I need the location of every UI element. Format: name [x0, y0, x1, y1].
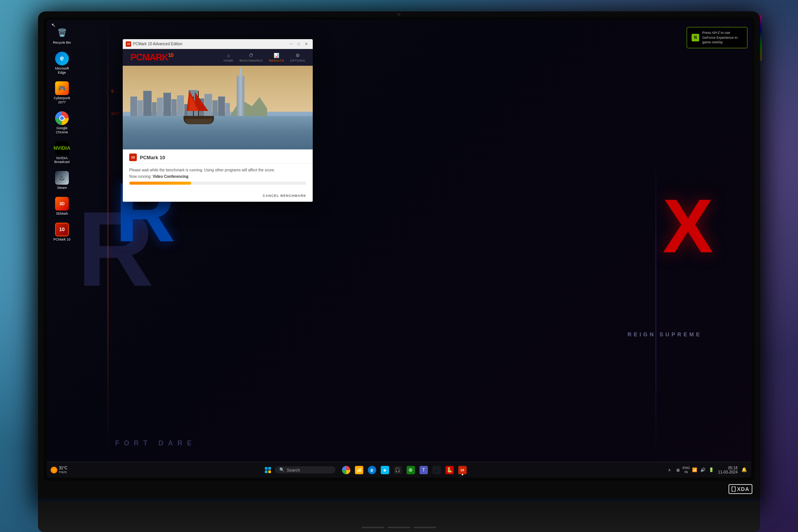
desktop-icons-panel: 🗑️ Recycle Bin e Microsoft Edge 🎮 Cyberp…: [51, 24, 73, 244]
results-nav-icon: 📊: [274, 53, 279, 58]
3dmark-icon: 3D: [55, 197, 69, 211]
running-task: Video Conferencing: [153, 174, 188, 179]
edge-icon: e: [55, 52, 69, 65]
nav-results[interactable]: 📊 RESULTS: [269, 53, 284, 62]
taskbar-steam[interactable]: ♨: [431, 464, 443, 476]
system-clock[interactable]: 05:18 11-03-2024: [717, 466, 739, 474]
maximize-button[interactable]: □: [295, 41, 302, 48]
app5-taskbar-icon: 🎧: [394, 466, 402, 474]
window-controls: ─ □ ✕: [288, 41, 310, 48]
dialog-running-info: Now running: Video Conferencing: [129, 174, 306, 179]
junk-boat: [184, 90, 214, 124]
taskbar-app-5[interactable]: 🎧: [392, 464, 404, 476]
taskbar-teams[interactable]: T: [418, 464, 430, 476]
taskbar-razer[interactable]: 🐍: [443, 464, 456, 476]
laptop-bottom-bar: [38, 502, 760, 532]
options-nav-icon: ⚙: [296, 53, 300, 58]
steam-label: Steam: [57, 186, 67, 190]
chrome-label: Google Chrome: [52, 126, 71, 135]
desktop-icon-nvidia[interactable]: NVIDIA NVIDIA Broadcast: [51, 139, 73, 166]
options-nav-label: OPTIONS: [290, 59, 305, 62]
search-placeholder-text: Search: [287, 468, 300, 472]
tray-overflow-icon[interactable]: ∧: [667, 467, 673, 473]
nvidia-label: NVIDIA Broadcast: [52, 156, 71, 165]
start-button[interactable]: [263, 465, 273, 475]
dialog-title: PCMark 10: [140, 155, 165, 160]
razer-taskbar-icon: 🐍: [445, 466, 454, 474]
desktop-icon-3dmark[interactable]: 3D 3DMark: [51, 195, 73, 218]
battery-icon[interactable]: 🔋: [708, 467, 714, 473]
chrome-taskbar-icon: [342, 466, 350, 474]
taskbar-edge[interactable]: e: [366, 464, 378, 476]
taskbar-right: ∧ 🖥 ENG IN 📶 🔊 🔋 05:18 11-03-2024: [663, 466, 751, 474]
taskbar-chrome[interactable]: [340, 464, 352, 476]
desktop-icon-cyberpunk[interactable]: 🎮 Cyberpunk 2077: [51, 79, 73, 106]
taskbar-file-explorer[interactable]: 📁: [353, 464, 365, 476]
progress-bar-fill: [129, 182, 191, 185]
weather-condition: Haze: [59, 470, 67, 474]
xbox-taskbar-icon: ⊕: [407, 466, 415, 474]
vent-lines: [362, 527, 436, 528]
minimize-button[interactable]: ─: [288, 41, 294, 48]
home-nav-icon: ⌂: [227, 53, 230, 58]
xda-bracket-icon: [732, 486, 736, 492]
pcmark-icon: 10: [55, 223, 69, 236]
hk-water: [123, 116, 313, 149]
recycle-bin-label: Recycle Bin: [53, 41, 71, 45]
desktop-icon-pcmark[interactable]: 10 PCMark 10: [51, 221, 73, 244]
nav-home[interactable]: ⌂ HOME: [223, 53, 233, 62]
progress-bar-container: [129, 182, 306, 185]
recycle-bin-icon: 🗑️: [55, 26, 69, 40]
screen-content: R R X B. SCAN NOT READY REIGN SUPREME FO…: [47, 20, 751, 478]
taskbar-app-4[interactable]: ◈: [379, 464, 391, 476]
close-button[interactable]: ✕: [303, 41, 310, 48]
desktop-icon-chrome[interactable]: Google Chrome: [51, 109, 73, 136]
vent-1: [362, 527, 385, 528]
pcmark-window[interactable]: 10 PCMark 10 Advanced Edition ─ □ ✕ PCMA…: [123, 39, 313, 202]
xda-text: XDA: [737, 486, 749, 492]
taskbar-search[interactable]: 🔍 Search: [275, 466, 336, 473]
file-explorer-taskbar-icon: 📁: [355, 466, 363, 474]
chrome-icon: [55, 111, 69, 125]
search-icon: 🔍: [279, 467, 285, 472]
running-label: Now running:: [129, 174, 152, 179]
wifi-icon[interactable]: 📶: [692, 467, 698, 473]
benchmarks-nav-label: BENCHMARKS: [239, 59, 263, 62]
pcmark-scene-image: [123, 66, 313, 149]
language-indicator[interactable]: ENG IN: [683, 467, 689, 473]
decoration-line-right: [656, 157, 656, 451]
notification-bell-icon[interactable]: 🔔: [741, 467, 747, 473]
pcmark-title-icon: 10: [126, 41, 131, 47]
window-title-area: 10 PCMark 10 Advanced Edition: [126, 41, 182, 47]
desktop-icon-steam[interactable]: ♨ Steam: [51, 169, 73, 192]
nvidia-overlay-text: Press Alt+Z to use GeForce Experience in…: [702, 30, 743, 45]
nav-benchmarks[interactable]: ⏱ BENCHMARKS: [239, 53, 263, 62]
weather-icon: [51, 467, 57, 473]
volume-icon[interactable]: 🔊: [700, 467, 706, 473]
nvidia-overlay-notification: N Press Alt+Z to use GeForce Experience …: [687, 27, 747, 48]
taskbar-weather[interactable]: 31°C Haze: [47, 466, 71, 474]
decoration-line-left: [108, 20, 108, 451]
nav-options[interactable]: ⚙ OPTIONS: [290, 53, 305, 62]
pcmark-taskbar-icon: 10: [458, 466, 467, 474]
xda-watermark: XDA: [728, 484, 752, 494]
pcmark-nav-items: ⌂ HOME ⏱ BENCHMARKS 📊 RESULTS ⚙: [223, 53, 305, 62]
steam-icon: ♨: [55, 171, 69, 185]
tray-icon-1[interactable]: 🖥: [675, 467, 681, 473]
screen-bezel: R R X B. SCAN NOT READY REIGN SUPREME FO…: [44, 17, 754, 481]
vent-2: [388, 527, 410, 528]
benchmarks-nav-icon: ⏱: [249, 53, 253, 58]
dialog-footer[interactable]: CANCEL BENCHMARK: [123, 192, 312, 201]
active-dot: [462, 474, 463, 475]
cancel-benchmark-button[interactable]: CANCEL BENCHMARK: [263, 194, 306, 198]
rog-bottom-text: FORT DARE: [115, 439, 196, 447]
taskbar-xbox[interactable]: ⊕: [405, 464, 417, 476]
xda-logo: XDA: [728, 484, 752, 494]
pcmark-logo: PCMARK10: [130, 52, 173, 63]
desktop-icon-edge[interactable]: e Microsoft Edge: [51, 50, 73, 77]
clock-time: 05:18: [718, 466, 738, 470]
taskbar-pcmark[interactable]: 10: [456, 464, 469, 476]
teams-taskbar-icon: T: [420, 466, 428, 474]
vent-3: [413, 527, 436, 528]
webcam: [397, 13, 401, 16]
